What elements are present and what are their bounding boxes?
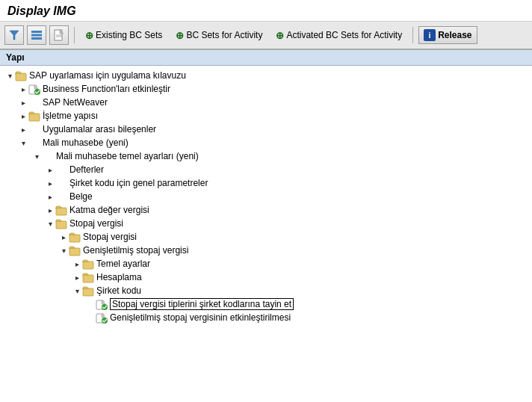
tree-node-label: Stopaj vergisi	[83, 232, 137, 242]
tree-node-label: Hesaplama	[96, 272, 142, 282]
svg-marker-0	[10, 31, 19, 40]
tree-expander[interactable]: ▸	[45, 205, 55, 215]
tree-item[interactable]: ▸Şirket kodu için genel parametreler	[0, 176, 532, 190]
tree-node-icon	[28, 123, 40, 135]
tree-node-label: İşletme yapısı	[43, 111, 98, 121]
activated-bc-sets-btn[interactable]: ⊕ Activated BC Sets for Activity	[270, 27, 407, 44]
tree-node-label: Şirket kodu	[96, 285, 141, 296]
bc-icon-1: ⊕	[85, 30, 93, 41]
tree-expander[interactable]: ▸	[18, 111, 28, 121]
tree-expander[interactable]: ▸	[72, 259, 82, 269]
tree-node-label: Genişletilmiş stopaj vergisinin etkinleş…	[110, 312, 291, 323]
tree-item[interactable]: ▸SAP NetWeaver	[0, 96, 532, 109]
svg-rect-12	[29, 114, 40, 121]
tree-node-icon	[55, 164, 67, 176]
tree-item[interactable]: ▾ Şirket kodu	[0, 284, 532, 297]
tree-expander[interactable]: ▸	[58, 232, 69, 242]
existing-bc-sets-btn[interactable]: ⊕ Existing BC Sets	[80, 27, 167, 44]
tree-expander[interactable]: ▸	[18, 124, 28, 134]
tree-expander[interactable]: ▸	[18, 97, 28, 108]
tree-item[interactable]: ▸ İşletme yapısı	[0, 109, 532, 123]
tree-item[interactable]: Stopaj vergisi tiplerini şirket kodların…	[0, 297, 532, 311]
tree-expander[interactable]: ▸	[45, 178, 55, 188]
tree-item[interactable]: ▾Mali muhasebe (yeni)	[0, 136, 532, 149]
tree-node-label: Stopaj vergisi	[69, 218, 123, 229]
tree-node-icon	[96, 312, 108, 324]
bc-icon-2: ⊕	[176, 30, 184, 41]
svg-rect-14	[56, 221, 66, 229]
tree-expander[interactable]: ▾	[58, 245, 69, 256]
svg-rect-13	[56, 208, 66, 215]
tree-node-label: Belge	[69, 191, 93, 202]
tree-expander[interactable]	[85, 312, 96, 323]
tree-expander[interactable]: ▸	[18, 84, 28, 94]
tree-node-label: SAP NetWeaver	[43, 97, 108, 108]
tree-expander[interactable]: ▾	[72, 285, 82, 296]
tree-node-icon	[28, 137, 40, 149]
tree-expander[interactable]: ▾	[45, 218, 55, 229]
tree-item[interactable]: ▾Mali muhasebe temel ayarları (yeni)	[0, 149, 532, 163]
tree-item[interactable]: ▸ Business Function'ları etkinleştir	[0, 82, 532, 96]
svg-rect-19	[83, 288, 93, 296]
tree-expander[interactable]: ▸	[45, 191, 55, 202]
tree-expander[interactable]: ▸	[45, 164, 55, 175]
title-bar: Display IMG	[0, 0, 532, 22]
sep2	[412, 27, 413, 43]
tree-item[interactable]: ▾ SAP uyarlaması için uygulama kılavuzu	[0, 69, 532, 82]
tree-node-icon	[96, 298, 108, 310]
tree-node-icon	[28, 83, 40, 95]
tree-node-icon	[15, 69, 27, 81]
info-icon: i	[424, 29, 436, 41]
tree-node-label: Mali muhasebe temel ayarları (yeni)	[56, 151, 199, 161]
section-header: Yapı	[0, 50, 532, 66]
tree-item[interactable]: ▸ Katma değer vergisi	[0, 203, 532, 217]
tree-node-label: Stopaj vergisi tiplerini şirket kodların…	[110, 298, 294, 310]
tree-node-label: Genişletilmiş stopaj vergisi	[83, 245, 188, 256]
bc-icon-3: ⊕	[276, 30, 284, 41]
tree-item[interactable]: ▾ Stopaj vergisi	[0, 217, 532, 230]
tree-item[interactable]: ▸Uygulamalar arası bileşenler	[0, 123, 532, 136]
bc-sets-activity-btn[interactable]: ⊕ BC Sets for Activity	[170, 27, 267, 44]
tree-expander[interactable]: ▾	[18, 137, 28, 148]
tree-expander[interactable]: ▸	[72, 272, 82, 282]
tree-node-icon	[55, 217, 67, 229]
tree-node-label: SAP uyarlaması için uygulama kılavuzu	[29, 70, 186, 81]
tree-node-icon	[42, 150, 54, 162]
tree-node-label: Business Function'ları etkinleştir	[43, 84, 170, 94]
tree-item[interactable]: ▾ Genişletilmiş stopaj vergisi	[0, 244, 532, 257]
tree-item[interactable]: ▸ Stopaj vergisi	[0, 230, 532, 244]
tree-node-label: Defterler	[69, 164, 104, 175]
tree-node-label: Katma değer vergisi	[69, 205, 149, 215]
tree-node-icon	[82, 258, 94, 270]
svg-rect-18	[83, 275, 93, 282]
sep1	[74, 27, 75, 43]
tree-node-icon	[28, 96, 40, 108]
tree-expander[interactable]: ▾	[31, 151, 42, 161]
btn-filter[interactable]	[4, 25, 24, 45]
svg-rect-8	[16, 73, 26, 81]
tree-node-icon	[55, 177, 67, 189]
tree-container[interactable]: ▾ SAP uyarlaması için uygulama kılavuzu▸…	[0, 66, 532, 402]
tree-node-icon	[55, 204, 67, 216]
svg-rect-1	[31, 31, 42, 33]
svg-rect-17	[83, 262, 93, 269]
tree-node-icon	[69, 231, 81, 243]
tree-node-label: Şirket kodu için genel parametreler	[69, 178, 208, 188]
tree-node-icon	[28, 110, 40, 122]
tree-item[interactable]: ▸Belge	[0, 190, 532, 203]
toolbar: ⊕ Existing BC Sets ⊕ BC Sets for Activit…	[0, 22, 532, 50]
tree-item[interactable]: ▸ Hesaplama	[0, 270, 532, 284]
tree-item[interactable]: ▸Defterler	[0, 163, 532, 176]
tree-expander[interactable]	[85, 299, 96, 309]
svg-rect-2	[31, 34, 42, 37]
tree-node-label: Temel ayarlar	[96, 259, 150, 269]
btn-settings[interactable]	[27, 25, 46, 45]
tree-item[interactable]: ▸ Temel ayarlar	[0, 257, 532, 270]
btn-doc[interactable]	[49, 25, 69, 45]
page-title: Display IMG	[7, 4, 525, 18]
svg-rect-16	[69, 248, 80, 256]
svg-rect-15	[69, 235, 80, 242]
release-btn[interactable]: i Release	[418, 26, 477, 44]
tree-expander[interactable]: ▾	[4, 70, 15, 81]
tree-item[interactable]: Genişletilmiş stopaj vergisinin etkinleş…	[0, 311, 532, 324]
